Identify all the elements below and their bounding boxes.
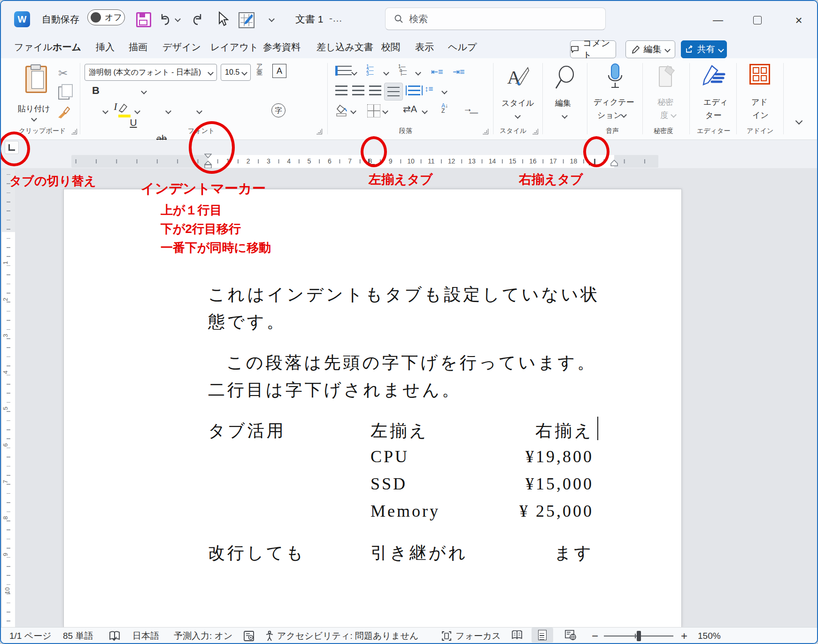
font-name-combo[interactable]: 游明朝 (本文のフォント - 日本語) (85, 64, 217, 81)
font-color-chevron-icon[interactable] (165, 108, 171, 114)
paste-label[interactable]: 貼り付け (18, 103, 50, 114)
right-indent-marker[interactable] (610, 160, 618, 166)
word-count[interactable]: 85 単語 (63, 628, 93, 644)
line-spacing-chevron-icon[interactable] (441, 88, 448, 94)
focus-mode-button[interactable]: フォーカス (441, 628, 501, 644)
text-effects-chevron-icon[interactable] (102, 108, 108, 114)
redo-icon[interactable] (191, 12, 205, 26)
word-logo-icon[interactable]: W (14, 11, 30, 27)
search-input[interactable]: 検索 (385, 8, 606, 30)
tab-insert[interactable]: 挿入 (94, 38, 116, 56)
zoom-out-button[interactable]: − (592, 628, 598, 644)
editor-label-line2[interactable]: ター (705, 110, 721, 121)
tab-layout[interactable]: レイアウト (208, 38, 260, 56)
justify-button-selected[interactable] (384, 83, 403, 101)
ruby-guide-icon[interactable]: ア亜 (256, 63, 262, 76)
borders-chevron-icon[interactable] (382, 108, 388, 114)
editing-label[interactable]: 編集 (555, 98, 571, 109)
maximize-button[interactable] (750, 13, 764, 27)
editing-chevron-icon[interactable] (562, 113, 568, 119)
undo-chevron-icon[interactable] (175, 16, 181, 22)
undo-icon[interactable] (158, 12, 172, 26)
numbered-chevron-icon[interactable] (383, 70, 389, 76)
share-button[interactable]: 共有 (681, 40, 727, 58)
tab-references[interactable]: 参考資料 (261, 38, 302, 56)
collapse-ribbon-chevron-icon[interactable] (795, 117, 803, 125)
increase-indent-icon[interactable]: ⇥≡ (453, 67, 465, 77)
language-indicator[interactable]: 日本語 (132, 628, 159, 644)
phonetic-guide-icon[interactable]: ⇄A (403, 103, 417, 115)
dictate-icon[interactable] (606, 63, 625, 91)
align-right-icon[interactable] (369, 85, 381, 95)
paste-chevron-icon[interactable] (31, 116, 37, 122)
cut-icon[interactable]: ✂ (58, 67, 68, 80)
tab-help[interactable]: ヘルプ (446, 38, 478, 56)
enclose-characters-icon[interactable]: 字 (271, 103, 286, 117)
highlight-chevron-icon[interactable] (134, 108, 140, 114)
document-page[interactable]: これはインデントもタブも設定していない状 態です。 この段落は先頭の字下げを行っ… (63, 189, 682, 627)
paragraph-mark-icon[interactable]: →͟ (463, 103, 472, 114)
vertical-ruler[interactable]: 12345678910 (2, 170, 15, 627)
sort-icon[interactable]: A↓Z (441, 103, 448, 114)
font-dialog-launcher-icon[interactable] (316, 129, 322, 134)
clipboard-dialog-launcher-icon[interactable] (71, 129, 77, 134)
editor-label-line1[interactable]: エディ (703, 97, 728, 108)
table-pen-icon[interactable] (239, 12, 255, 28)
cursor-tool-icon[interactable] (216, 11, 229, 26)
proofing-icon[interactable] (109, 628, 120, 644)
tab-review[interactable]: 校閲 (379, 38, 402, 56)
tab-design[interactable]: デザイン (161, 38, 203, 56)
bold-button[interactable]: B (88, 83, 103, 99)
styles-label[interactable]: スタイル (502, 98, 534, 109)
tab-file[interactable]: ファイル (12, 38, 54, 56)
tab-view[interactable]: 表示 (413, 38, 436, 56)
editor-icon[interactable] (702, 64, 726, 90)
dictate-label-line1[interactable]: ディクテー (594, 97, 634, 108)
save-icon[interactable] (136, 12, 151, 27)
highlight-button[interactable] (117, 102, 132, 118)
underline-chevron-icon[interactable] (141, 88, 147, 94)
shading-icon[interactable] (335, 104, 347, 116)
addins-label-line2[interactable]: イン (752, 110, 769, 121)
autosave-toggle[interactable]: オフ (87, 9, 125, 25)
tab-home[interactable]: ホーム (51, 38, 83, 56)
zoom-level[interactable]: 150% (698, 628, 721, 644)
paragraph-dialog-launcher-icon[interactable] (483, 129, 488, 134)
distribute-icon[interactable] (406, 85, 423, 95)
editor-suggestions-icon[interactable] (243, 628, 255, 644)
zoom-slider-handle[interactable] (637, 631, 641, 641)
minimize-button[interactable]: — (711, 13, 725, 27)
close-button[interactable]: × (792, 13, 806, 27)
tab-draw[interactable]: 描画 (127, 38, 149, 56)
multilevel-chevron-icon[interactable] (415, 70, 421, 76)
character-border-icon[interactable]: A (272, 64, 286, 78)
styles-chevron-icon[interactable] (515, 113, 521, 119)
numbered-list-icon[interactable]: 1—2—3— (366, 65, 374, 76)
zoom-in-button[interactable]: + (681, 628, 687, 644)
shading-chevron-icon[interactable] (350, 108, 356, 114)
line-spacing-icon[interactable]: ↕≡ (424, 85, 433, 94)
decrease-indent-icon[interactable]: ⇤≡ (431, 67, 443, 77)
paste-icon[interactable] (25, 66, 47, 93)
align-center-icon[interactable] (352, 85, 364, 95)
accessibility-status[interactable]: アクセシビリティ: 問題ありません (265, 628, 418, 644)
zoom-slider[interactable] (604, 628, 673, 644)
copy-icon[interactable] (58, 86, 69, 100)
styles-dialog-launcher-icon[interactable] (532, 129, 538, 134)
addins-icon[interactable] (749, 64, 770, 85)
tab-mailings[interactable]: 差し込み文書 (315, 38, 375, 56)
multilevel-list-icon[interactable]: 1— a— i— (398, 65, 407, 76)
page-indicator[interactable]: 1/1 ページ (9, 628, 52, 644)
change-case-chevron-icon[interactable] (196, 108, 202, 114)
ime-prediction[interactable]: 予測入力: オン (174, 628, 232, 644)
read-mode-button[interactable] (506, 628, 528, 643)
web-layout-button[interactable] (560, 628, 581, 643)
borders-icon[interactable] (367, 104, 380, 117)
print-layout-button[interactable] (532, 628, 553, 643)
bullet-list-icon[interactable] (335, 66, 349, 76)
editing-mode-button[interactable]: 編集 (625, 40, 675, 58)
dictate-label-line2[interactable]: ション (597, 110, 622, 121)
styles-icon[interactable]: A (504, 65, 531, 91)
align-left-icon[interactable] (335, 85, 347, 95)
find-icon[interactable] (554, 65, 578, 91)
